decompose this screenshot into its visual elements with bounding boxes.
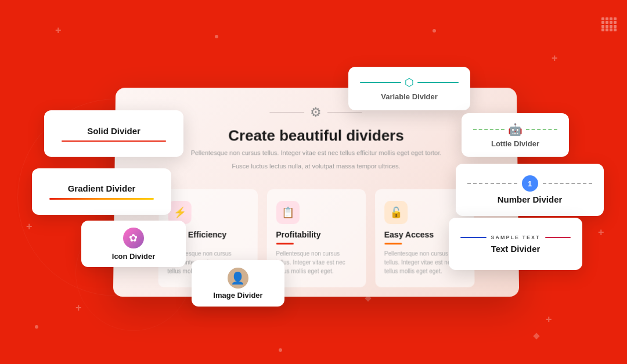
deco-square-1 bbox=[533, 333, 539, 339]
deco-dot-2 bbox=[433, 29, 436, 33]
gradient-divider-line bbox=[49, 198, 154, 200]
icon-divider-circle: ✿ bbox=[123, 228, 144, 248]
image-divider-wrap: 👤 Image Divider bbox=[213, 268, 262, 300]
text-line-row: SAMPLE TEXT bbox=[460, 235, 571, 240]
deco-cross-1: + bbox=[55, 24, 62, 37]
text-divider-label: Text Divider bbox=[491, 244, 540, 254]
card-variable-divider: ⬡ Variable Divider bbox=[348, 67, 470, 110]
text-line-right bbox=[545, 237, 571, 238]
variable-divider-content: ⬡ Variable Divider bbox=[360, 76, 459, 101]
features-row: ⚡ High Efficiency Pellentesque non cursu… bbox=[136, 189, 496, 287]
card-lottie-divider: 🤖 Lottie Divider bbox=[462, 113, 569, 157]
feature-icon-profitability: 📋 bbox=[276, 201, 299, 224]
deco-cross-2: + bbox=[552, 52, 558, 64]
icon-divider-wrap: ✿ Icon Divider bbox=[112, 228, 155, 261]
lottie-line-right bbox=[526, 129, 557, 130]
lottie-divider-content: 🤖 Lottie Divider bbox=[473, 122, 557, 148]
deco-cross-3: + bbox=[26, 221, 33, 233]
feature-divider-access bbox=[384, 243, 402, 244]
variable-line-left bbox=[360, 82, 401, 83]
number-line-row: 1 bbox=[467, 175, 592, 192]
main-subtitle-1: Pellentesque non cursus tellus. Integer … bbox=[191, 148, 442, 157]
variable-line-right bbox=[417, 82, 459, 83]
feature-title-profitability: Profitability bbox=[276, 230, 320, 239]
deco-dot-1 bbox=[215, 35, 218, 38]
number-line-left bbox=[467, 183, 517, 184]
card-icon-divider: ✿ Icon Divider bbox=[81, 221, 186, 267]
image-divider-label: Image Divider bbox=[213, 291, 262, 300]
text-divider-content: SAMPLE TEXT Text Divider bbox=[460, 235, 571, 254]
solid-divider-line bbox=[62, 140, 166, 142]
lottie-divider-label: Lottie Divider bbox=[491, 139, 539, 148]
card-number-divider: 1 Number Divider bbox=[456, 164, 604, 216]
card-gradient-divider: Gradient Divider bbox=[32, 168, 171, 215]
number-badge: 1 bbox=[522, 175, 538, 192]
text-line-left bbox=[460, 237, 487, 238]
card-text-divider: SAMPLE TEXT Text Divider bbox=[449, 218, 582, 270]
deco-cross-5: + bbox=[75, 302, 82, 314]
main-subtitle-2: Fusce luctus lectus nulla, at volutpat m… bbox=[232, 161, 400, 171]
main-card-header: ⚙ Create beautiful dividers Pellentesque… bbox=[190, 105, 441, 171]
gradient-divider-label: Gradient Divider bbox=[68, 183, 136, 193]
number-line-right bbox=[543, 183, 593, 184]
number-divider-content: 1 Number Divider bbox=[467, 175, 592, 204]
deco-dot-4 bbox=[279, 348, 282, 352]
gear-divider: ⚙ bbox=[270, 105, 362, 120]
gear-line-left bbox=[270, 112, 305, 113]
icon-divider-label: Icon Divider bbox=[112, 252, 155, 261]
feature-text-profitability: Pellentesque non cursus tellus. Integer … bbox=[276, 249, 356, 275]
feature-title-access: Easy Access bbox=[384, 230, 434, 239]
sample-text: SAMPLE TEXT bbox=[491, 235, 540, 240]
image-divider-avatar: 👤 bbox=[228, 268, 248, 289]
feature-divider-profitability bbox=[276, 243, 293, 244]
deco-cross-6: + bbox=[546, 313, 552, 326]
number-divider-label: Number Divider bbox=[498, 194, 563, 204]
deco-dot-3 bbox=[35, 325, 38, 329]
deco-pixel-grid bbox=[601, 17, 615, 31]
variable-line-row: ⬡ bbox=[360, 76, 459, 89]
feature-icon-access: 🔓 bbox=[384, 201, 408, 224]
solid-divider-label: Solid Divider bbox=[87, 126, 140, 136]
variable-divider-label: Variable Divider bbox=[381, 92, 438, 101]
deco-cross-4: + bbox=[598, 226, 604, 239]
card-solid-divider: Solid Divider bbox=[44, 110, 183, 157]
variable-icon: ⬡ bbox=[405, 76, 414, 89]
card-image-divider: 👤 Image Divider bbox=[192, 260, 284, 307]
main-title: Create beautiful dividers bbox=[228, 127, 404, 145]
lottie-line-left bbox=[473, 129, 505, 130]
gear-line-right bbox=[327, 112, 362, 113]
gear-icon: ⚙ bbox=[311, 105, 322, 120]
lottie-line-row: 🤖 bbox=[473, 122, 557, 136]
lottie-icon: 🤖 bbox=[508, 122, 522, 136]
